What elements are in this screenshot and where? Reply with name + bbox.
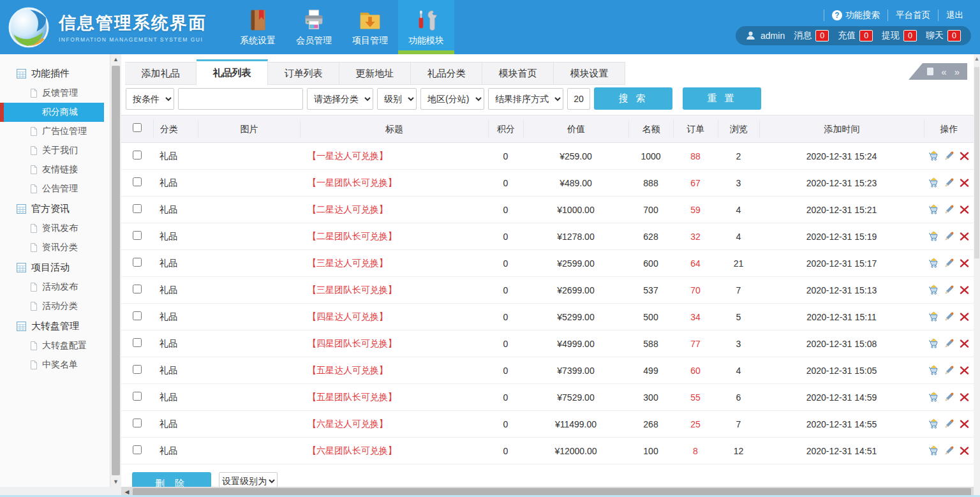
quick-link[interactable]: 平台首页 bbox=[887, 10, 938, 21]
edit-icon[interactable] bbox=[944, 445, 954, 456]
delete-icon[interactable] bbox=[959, 231, 970, 242]
cart-icon[interactable] bbox=[928, 419, 939, 429]
cart-icon[interactable] bbox=[928, 177, 939, 188]
delete-icon[interactable] bbox=[959, 419, 970, 429]
sidebar-item[interactable]: 积分商城 bbox=[0, 103, 104, 122]
delete-icon[interactable] bbox=[959, 311, 970, 322]
sidebar-item[interactable]: 广告位管理 bbox=[0, 122, 104, 141]
row-checkbox[interactable] bbox=[133, 177, 142, 186]
gift-title-link[interactable]: 【四星达人可兑换】 bbox=[308, 311, 388, 322]
row-checkbox[interactable] bbox=[133, 231, 142, 240]
scroll-right-icon[interactable]: » bbox=[954, 67, 960, 77]
row-checkbox[interactable] bbox=[133, 151, 142, 159]
tab[interactable]: 添加礼品 bbox=[125, 62, 197, 85]
user-counter[interactable]: 提现 0 bbox=[882, 30, 917, 41]
row-checkbox[interactable] bbox=[133, 365, 142, 374]
sidebar-item[interactable]: 大转盘配置 bbox=[0, 336, 104, 355]
sidebar-item[interactable]: 关于我们 bbox=[0, 141, 104, 160]
tab[interactable]: 礼品分类 bbox=[411, 62, 482, 85]
gift-title-link[interactable]: 【六星团队长可兑换】 bbox=[308, 445, 397, 456]
delete-icon[interactable] bbox=[959, 258, 970, 269]
cart-icon[interactable] bbox=[928, 392, 939, 403]
edit-icon[interactable] bbox=[944, 204, 954, 215]
delete-icon[interactable] bbox=[959, 204, 970, 215]
reset-button[interactable]: 重 置 bbox=[683, 87, 761, 110]
sort-select[interactable]: 结果排序方式 bbox=[488, 88, 563, 110]
cart-icon[interactable] bbox=[928, 311, 939, 322]
sidebar-item[interactable]: 中奖名单 bbox=[0, 355, 104, 375]
sidebar-group-header[interactable]: 大转盘管理 bbox=[0, 316, 110, 336]
tab[interactable]: 订单列表 bbox=[268, 62, 339, 85]
cart-icon[interactable] bbox=[928, 445, 939, 456]
gift-title-link[interactable]: 【一星达人可兑换】 bbox=[308, 151, 388, 161]
tab[interactable]: 更新地址 bbox=[339, 62, 411, 85]
sidebar-item[interactable]: 资讯发布 bbox=[0, 219, 104, 238]
edit-icon[interactable] bbox=[944, 419, 954, 429]
username[interactable]: admin bbox=[761, 31, 785, 41]
cart-icon[interactable] bbox=[928, 151, 939, 161]
note-icon[interactable] bbox=[927, 68, 933, 75]
scrollbar-up-arrow[interactable]: ▲ bbox=[110, 56, 121, 63]
select-all-checkbox[interactable] bbox=[133, 123, 142, 132]
delete-icon[interactable] bbox=[959, 392, 970, 403]
edit-icon[interactable] bbox=[944, 231, 954, 242]
gift-title-link[interactable]: 【一星团队长可兑换】 bbox=[308, 177, 397, 188]
tab[interactable]: 礼品列表 bbox=[197, 59, 268, 85]
top-nav-item[interactable]: 系统设置 bbox=[230, 0, 286, 54]
row-checkbox[interactable] bbox=[133, 204, 142, 213]
cart-icon[interactable] bbox=[928, 285, 939, 295]
scroll-left-icon[interactable]: « bbox=[941, 67, 946, 77]
sidebar-item[interactable]: 资讯分类 bbox=[0, 238, 104, 257]
gift-title-link[interactable]: 【四星团队长可兑换】 bbox=[308, 338, 397, 348]
row-checkbox[interactable] bbox=[133, 285, 142, 293]
gift-title-link[interactable]: 【五星团队长可兑换】 bbox=[308, 392, 397, 402]
edit-icon[interactable] bbox=[944, 365, 954, 376]
row-checkbox[interactable] bbox=[133, 311, 142, 320]
keyword-input[interactable] bbox=[178, 88, 303, 110]
sidebar-item[interactable]: 活动发布 bbox=[0, 278, 104, 297]
edit-icon[interactable] bbox=[944, 177, 954, 188]
cart-icon[interactable] bbox=[928, 204, 939, 215]
sidebar-group-header[interactable]: 功能插件 bbox=[0, 63, 110, 84]
region-select[interactable]: 地区(分站) bbox=[420, 88, 484, 110]
page-scrollbar-up-arrow[interactable]: ▲ bbox=[974, 56, 980, 62]
user-counter[interactable]: 聊天 0 bbox=[926, 30, 961, 41]
user-counter[interactable]: 消息 0 bbox=[794, 30, 829, 41]
edit-icon[interactable] bbox=[944, 151, 954, 161]
sidebar-group-header[interactable]: 官方资讯 bbox=[0, 198, 110, 219]
cart-icon[interactable] bbox=[928, 231, 939, 242]
top-nav-item[interactable]: 项目管理 bbox=[342, 0, 398, 54]
edit-icon[interactable] bbox=[944, 392, 954, 403]
page-scrollbar-thumb[interactable] bbox=[974, 67, 979, 258]
page-size-input[interactable] bbox=[567, 88, 590, 110]
gift-title-link[interactable]: 【六星达人可兑换】 bbox=[308, 419, 388, 429]
edit-icon[interactable] bbox=[944, 258, 954, 269]
gift-title-link[interactable]: 【三星达人可兑换】 bbox=[308, 258, 388, 268]
top-nav-item[interactable]: 功能模块 bbox=[398, 0, 454, 54]
cart-icon[interactable] bbox=[928, 365, 939, 376]
category-select[interactable]: 请选择分类 bbox=[307, 88, 373, 110]
cart-icon[interactable] bbox=[928, 338, 939, 349]
sidebar-item[interactable]: 活动分类 bbox=[0, 297, 104, 316]
scrollbar-left-arrow[interactable]: ◀ bbox=[121, 489, 133, 495]
user-counter[interactable]: 充值 0 bbox=[838, 30, 873, 41]
cart-icon[interactable] bbox=[928, 258, 939, 269]
top-nav-item[interactable]: 会员管理 bbox=[286, 0, 342, 54]
edit-icon[interactable] bbox=[944, 285, 954, 295]
sidebar-item[interactable]: 友情链接 bbox=[0, 160, 104, 179]
row-checkbox[interactable] bbox=[133, 419, 142, 427]
sidebar-group-header[interactable]: 项目活动 bbox=[0, 257, 110, 278]
delete-icon[interactable] bbox=[959, 177, 970, 188]
page-scrollbar[interactable]: ▲ bbox=[974, 54, 980, 497]
gift-title-link[interactable]: 【二星团队长可兑换】 bbox=[308, 231, 397, 241]
gift-title-link[interactable]: 【三星团队长可兑换】 bbox=[308, 285, 397, 295]
gift-title-link[interactable]: 【五星达人可兑换】 bbox=[308, 365, 388, 375]
delete-icon[interactable] bbox=[959, 151, 970, 161]
scrollbar-down-arrow[interactable]: ▼ bbox=[110, 478, 121, 485]
edit-icon[interactable] bbox=[944, 311, 954, 322]
tab[interactable]: 模块设置 bbox=[554, 62, 625, 85]
sidebar-item[interactable]: 公告管理 bbox=[0, 179, 104, 198]
edit-icon[interactable] bbox=[944, 338, 954, 349]
sidebar-item[interactable]: 反馈管理 bbox=[0, 84, 104, 103]
scrollbar-thumb[interactable] bbox=[112, 66, 120, 475]
